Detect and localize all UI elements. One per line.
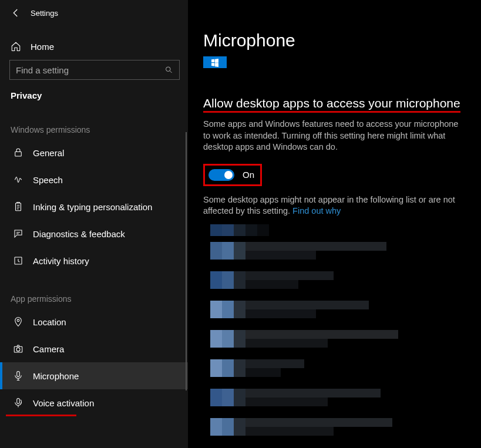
history-icon xyxy=(13,255,23,266)
annotation-underline xyxy=(6,415,76,416)
svg-rect-38 xyxy=(245,368,281,377)
svg-rect-27 xyxy=(245,301,369,309)
allow-desktop-apps-toggle[interactable] xyxy=(208,169,234,181)
back-icon[interactable] xyxy=(11,8,21,18)
svg-rect-35 xyxy=(222,359,234,377)
toggle-row: On xyxy=(203,164,472,186)
sidebar-item-inking[interactable]: Inking & typing personalization xyxy=(0,193,188,220)
location-icon xyxy=(13,316,23,327)
svg-rect-21 xyxy=(234,271,245,289)
search-input[interactable] xyxy=(16,65,164,75)
svg-rect-12 xyxy=(245,224,257,236)
toggle-thumb xyxy=(224,171,233,179)
sidebar-item-label: Microphone xyxy=(33,371,79,381)
sidebar-item-voice-activation[interactable]: Voice activation xyxy=(0,389,188,416)
svg-rect-48 xyxy=(245,427,334,436)
sidebar-item-microphone[interactable]: Microphone xyxy=(0,362,188,389)
section-heading-windows-permissions: Windows permissions xyxy=(0,105,188,139)
svg-rect-45 xyxy=(222,418,234,436)
svg-point-6 xyxy=(16,348,20,351)
svg-rect-31 xyxy=(234,330,245,348)
sidebar-item-label: Inking & typing personalization xyxy=(33,202,152,212)
home-label: Home xyxy=(31,42,54,52)
current-category: Privacy xyxy=(0,80,188,105)
sidebar-item-location[interactable]: Location xyxy=(0,308,188,335)
svg-rect-43 xyxy=(245,398,328,406)
home-button[interactable]: Home xyxy=(0,34,188,58)
svg-rect-22 xyxy=(245,271,334,280)
lock-icon xyxy=(13,147,23,158)
svg-rect-9 xyxy=(210,224,222,236)
svg-rect-16 xyxy=(234,242,245,260)
sidebar-item-label: General xyxy=(33,148,64,158)
titlebar: Settings xyxy=(0,0,188,26)
svg-rect-10 xyxy=(222,224,234,236)
svg-rect-44 xyxy=(210,418,222,436)
desktop-apps-list xyxy=(210,224,472,448)
toggle-label: On xyxy=(243,170,254,180)
svg-rect-30 xyxy=(222,330,234,348)
sidebar: Settings Home Privacy Windows permission… xyxy=(0,0,188,448)
sidebar-item-camera[interactable]: Camera xyxy=(0,335,188,362)
svg-rect-32 xyxy=(245,330,398,339)
svg-rect-1 xyxy=(15,152,22,157)
allow-desktop-apps-desc: Some apps and Windows features need to a… xyxy=(203,119,465,153)
feedback-icon xyxy=(13,228,23,239)
windows-app-icon xyxy=(203,56,227,68)
svg-point-4 xyxy=(17,319,19,322)
sidebar-item-diagnostics[interactable]: Diagnostics & feedback xyxy=(0,220,188,247)
svg-rect-18 xyxy=(245,251,316,260)
svg-rect-15 xyxy=(222,242,234,260)
page-title: Microphone xyxy=(203,0,472,56)
search-icon xyxy=(164,65,173,75)
svg-rect-17 xyxy=(245,242,386,251)
desktop-apps-note: Some desktop apps might not appear in th… xyxy=(203,194,465,217)
svg-point-0 xyxy=(166,67,170,72)
svg-rect-29 xyxy=(210,330,222,348)
svg-rect-28 xyxy=(245,309,316,318)
svg-rect-47 xyxy=(245,418,392,427)
svg-rect-26 xyxy=(234,301,245,318)
sidebar-item-label: Speech xyxy=(33,175,63,185)
annotation-box: On xyxy=(203,164,262,186)
allow-desktop-apps-heading: Allow desktop apps to access your microp… xyxy=(203,96,460,113)
sidebar-item-label: Voice activation xyxy=(33,398,94,408)
svg-rect-34 xyxy=(210,359,222,377)
svg-rect-36 xyxy=(234,359,245,377)
svg-rect-19 xyxy=(210,271,222,289)
find-out-why-link[interactable]: Find out why xyxy=(292,206,341,215)
microphone-icon xyxy=(13,370,23,381)
svg-rect-24 xyxy=(210,301,222,318)
svg-rect-20 xyxy=(222,271,234,289)
scrollbar[interactable] xyxy=(186,132,187,390)
camera-icon xyxy=(13,343,23,354)
sidebar-item-label: Activity history xyxy=(33,256,89,266)
sidebar-item-activity-history[interactable]: Activity history xyxy=(0,247,188,274)
voice-icon xyxy=(13,398,23,408)
svg-rect-14 xyxy=(210,242,222,260)
app-title: Settings xyxy=(31,9,58,18)
svg-rect-11 xyxy=(234,224,245,236)
main-content: Microphone Allow desktop apps to access … xyxy=(188,0,481,448)
svg-rect-23 xyxy=(245,280,298,289)
clipboard-icon xyxy=(13,201,23,212)
blurred-app-list xyxy=(210,224,398,448)
svg-rect-33 xyxy=(245,339,328,348)
svg-rect-7 xyxy=(17,372,20,377)
sidebar-item-speech[interactable]: Speech xyxy=(0,166,188,193)
svg-rect-13 xyxy=(257,224,269,236)
svg-rect-37 xyxy=(245,359,304,368)
speech-icon xyxy=(13,174,23,185)
svg-rect-39 xyxy=(210,389,222,406)
section-heading-app-permissions: App permissions xyxy=(0,274,188,308)
search-box[interactable] xyxy=(9,60,180,80)
sidebar-item-general[interactable]: General xyxy=(0,139,188,166)
svg-rect-40 xyxy=(222,389,234,406)
svg-rect-42 xyxy=(245,389,381,398)
home-icon xyxy=(11,41,21,52)
sidebar-item-label: Location xyxy=(33,317,66,327)
svg-rect-41 xyxy=(234,389,245,406)
svg-rect-25 xyxy=(222,301,234,318)
search-wrap xyxy=(0,58,188,80)
sidebar-item-label: Diagnostics & feedback xyxy=(33,229,125,239)
